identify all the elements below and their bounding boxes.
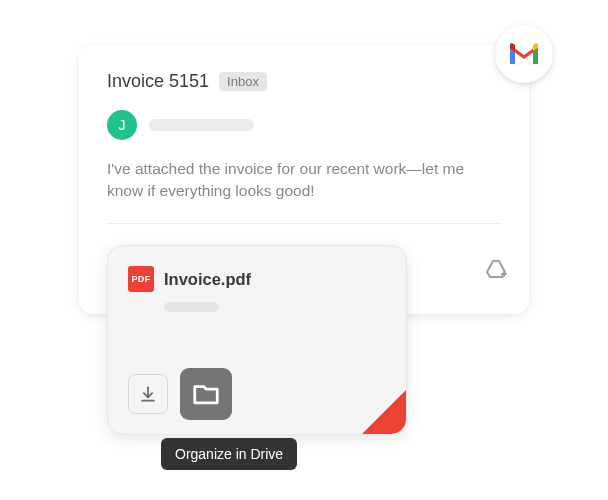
download-button[interactable] xyxy=(128,374,168,414)
pdf-icon: PDF xyxy=(128,266,154,292)
attachment-filename: Invoice.pdf xyxy=(164,270,251,289)
sender-row: J xyxy=(107,110,501,140)
attachment-meta-placeholder xyxy=(164,302,219,312)
folder-icon xyxy=(191,379,221,409)
attachment-header: PDF Invoice.pdf xyxy=(128,266,386,292)
add-to-drive-icon[interactable] xyxy=(484,258,508,286)
tooltip: Organize in Drive xyxy=(161,438,297,470)
sender-avatar[interactable]: J xyxy=(107,110,137,140)
email-body: I've attached the invoice for our recent… xyxy=(107,158,501,203)
tooltip-text: Organize in Drive xyxy=(175,446,283,462)
gmail-icon xyxy=(495,25,553,83)
email-subject: Invoice 5151 xyxy=(107,71,209,92)
avatar-initial: J xyxy=(119,117,126,133)
sender-name-placeholder xyxy=(149,119,254,131)
pdf-icon-label: PDF xyxy=(132,274,151,284)
folded-corner xyxy=(362,390,406,434)
subject-row: Invoice 5151 Inbox xyxy=(107,71,501,92)
attachment-actions xyxy=(128,368,232,420)
attachment-card[interactable]: PDF Invoice.pdf xyxy=(107,245,407,435)
divider xyxy=(107,223,501,224)
download-icon xyxy=(138,384,158,404)
organize-in-drive-button[interactable] xyxy=(180,368,232,420)
inbox-label[interactable]: Inbox xyxy=(219,72,267,91)
